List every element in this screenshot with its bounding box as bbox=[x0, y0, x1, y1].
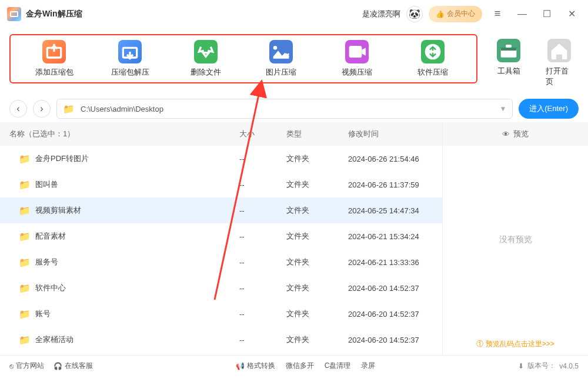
file-date: 2024-06-25 14:47:34 bbox=[348, 206, 442, 215]
pathbar: ‹ › 📁 C:\Users\admin\Desktop ▼ 进入(Enter) bbox=[0, 95, 588, 122]
file-size: -- bbox=[239, 284, 286, 293]
download-icon: ⬇ bbox=[518, 362, 524, 370]
support-link[interactable]: 🎧 在线客服 bbox=[54, 361, 93, 371]
file-name: 金舟PDF转图片 bbox=[35, 153, 239, 164]
col-name[interactable]: 名称（已选中：1） bbox=[9, 129, 239, 139]
file-size: -- bbox=[239, 258, 286, 267]
file-name: 服务号 bbox=[35, 257, 239, 267]
toolbar: 添加压缩包 压缩包解压 删除文件 图片压缩 视频压缩 软件压缩 bbox=[0, 28, 588, 95]
file-name: 视频剪辑素材 bbox=[35, 205, 239, 216]
file-type: 文件夹 bbox=[286, 179, 348, 190]
file-name: 软件中心 bbox=[35, 283, 239, 293]
globe-icon: ⎋ bbox=[9, 362, 14, 370]
file-date: 2024-06-21 13:33:36 bbox=[348, 258, 442, 267]
file-date: 2024-06-20 14:52:37 bbox=[348, 284, 442, 293]
content-area: 名称（已选中：1） 大小 类型 修改时间 📁金舟PDF转图片--文件夹2024-… bbox=[0, 122, 588, 355]
file-name: 账号 bbox=[35, 309, 239, 319]
nav-back-button[interactable]: ‹ bbox=[9, 100, 27, 118]
enter-button[interactable]: 进入(Enter) bbox=[519, 99, 579, 119]
preview-panel: 👁 预览 没有预览 ① 预览乱码点击这里>>> bbox=[442, 122, 588, 355]
preview-empty: 没有预览 bbox=[443, 146, 588, 333]
file-name: 图叫兽 bbox=[35, 179, 239, 190]
file-size: -- bbox=[239, 155, 286, 163]
eye-icon: 👁 bbox=[502, 130, 510, 139]
add-archive-icon bbox=[42, 40, 66, 63]
image-compress-button[interactable]: 图片压缩 bbox=[243, 40, 319, 78]
wechat-multi-link[interactable]: 微信多开 bbox=[286, 361, 314, 371]
folder-icon: 📁 bbox=[19, 179, 31, 190]
file-row[interactable]: 📁金舟PDF转图片--文件夹2024-06-26 21:54:46 bbox=[0, 146, 442, 172]
image-compress-icon bbox=[269, 40, 293, 63]
col-date[interactable]: 修改时间 bbox=[348, 129, 442, 139]
minimize-button[interactable]: — bbox=[513, 5, 532, 24]
toolbox-button[interactable]: 工具箱 bbox=[495, 39, 522, 87]
app-title: 金舟Win解压缩 bbox=[26, 9, 82, 19]
file-type: 文件夹 bbox=[286, 205, 348, 216]
file-list: 📁金舟PDF转图片--文件夹2024-06-26 21:54:46📁图叫兽--文… bbox=[0, 146, 442, 355]
file-row[interactable]: 📁服务号--文件夹2024-06-21 13:33:36 bbox=[0, 249, 442, 275]
folder-icon: 📁 bbox=[19, 334, 31, 346]
col-type[interactable]: 类型 bbox=[286, 129, 348, 139]
toolbox-icon bbox=[497, 39, 520, 62]
folder-icon: 📁 bbox=[19, 205, 31, 216]
folder-icon: 📁 bbox=[19, 153, 31, 165]
official-website-link[interactable]: ⎋ 官方网站 bbox=[9, 361, 44, 371]
file-date: 2024-06-20 14:52:37 bbox=[348, 310, 442, 319]
file-type: 文件夹 bbox=[286, 231, 348, 242]
screen-record-link[interactable]: 录屏 bbox=[361, 361, 375, 371]
file-row[interactable]: 📁视频剪辑素材--文件夹2024-06-25 14:47:34 bbox=[0, 197, 442, 223]
file-row[interactable]: 📁全家桶活动--文件夹2024-06-20 14:52:37 bbox=[0, 327, 442, 353]
folder-icon: 📁 bbox=[19, 257, 31, 268]
open-home-button[interactable]: 打开首页 bbox=[546, 39, 573, 87]
file-size: -- bbox=[239, 206, 286, 215]
extract-archive-icon bbox=[118, 40, 142, 63]
member-center-button[interactable]: 👍 会员中心 bbox=[429, 6, 482, 22]
format-convert-link[interactable]: 📢 格式转换 bbox=[236, 361, 275, 371]
svg-rect-6 bbox=[506, 45, 512, 48]
avatar[interactable]: 🐼 bbox=[406, 6, 423, 22]
file-type: 文件夹 bbox=[286, 257, 348, 267]
file-size: -- bbox=[239, 232, 286, 241]
maximize-button[interactable]: ☐ bbox=[537, 5, 556, 24]
file-date: 2024-06-21 15:34:24 bbox=[348, 232, 442, 241]
preview-header: 👁 预览 bbox=[443, 122, 588, 146]
file-date: 2024-06-26 11:37:59 bbox=[348, 180, 442, 189]
file-type: 文件夹 bbox=[286, 283, 348, 293]
thumbs-up-icon: 👍 bbox=[436, 10, 445, 18]
recycle-icon bbox=[194, 40, 218, 63]
col-size[interactable]: 大小 bbox=[239, 129, 286, 139]
file-row[interactable]: 📁图叫兽--文件夹2024-06-26 11:37:59 bbox=[0, 172, 442, 197]
close-button[interactable]: ✕ bbox=[562, 5, 581, 24]
software-compress-icon bbox=[421, 40, 445, 63]
file-browser: 名称（已选中：1） 大小 类型 修改时间 📁金舟PDF转图片--文件夹2024-… bbox=[0, 122, 442, 355]
menu-button[interactable]: ≡ bbox=[488, 5, 507, 24]
statusbar: ⎋ 官方网站 🎧 在线客服 📢 格式转换 微信多开 C盘清理 录屏 ⬇ 版本号：… bbox=[0, 355, 588, 376]
svg-rect-5 bbox=[501, 48, 517, 51]
video-compress-button[interactable]: 视频压缩 bbox=[319, 40, 395, 78]
delete-file-button[interactable]: 删除文件 bbox=[168, 40, 243, 78]
add-archive-button[interactable]: 添加压缩包 bbox=[16, 40, 92, 78]
file-row[interactable]: 📁软件中心--文件夹2024-06-20 14:52:37 bbox=[0, 275, 442, 301]
folder-icon: 📁 bbox=[19, 309, 31, 320]
file-type: 文件夹 bbox=[286, 153, 348, 164]
file-type: 文件夹 bbox=[286, 309, 348, 319]
folder-icon: 📁 bbox=[63, 103, 75, 115]
file-date: 2024-06-20 14:52:37 bbox=[348, 336, 442, 344]
highlighted-tool-group: 添加压缩包 压缩包解压 删除文件 图片压缩 视频压缩 软件压缩 bbox=[9, 34, 477, 83]
user-greeting: 是凌漂亮啊 bbox=[362, 9, 400, 19]
software-compress-button[interactable]: 软件压缩 bbox=[395, 40, 470, 78]
home-icon bbox=[547, 39, 571, 62]
folder-icon: 📁 bbox=[19, 283, 31, 294]
cdisk-clean-link[interactable]: C盘清理 bbox=[325, 361, 351, 371]
app-logo bbox=[7, 7, 21, 21]
path-input[interactable]: 📁 C:\Users\admin\Desktop ▼ bbox=[56, 99, 513, 119]
preview-garbled-link[interactable]: ① 预览乱码点击这里>>> bbox=[443, 333, 588, 355]
file-row[interactable]: 📁配音素材--文件夹2024-06-21 15:34:24 bbox=[0, 223, 442, 249]
file-row[interactable]: 📁账号--文件夹2024-06-20 14:52:37 bbox=[0, 301, 442, 327]
extract-archive-button[interactable]: 压缩包解压 bbox=[92, 40, 168, 78]
file-header: 名称（已选中：1） 大小 类型 修改时间 bbox=[0, 122, 442, 146]
megaphone-icon: 📢 bbox=[236, 362, 245, 370]
file-name: 配音素材 bbox=[35, 231, 239, 242]
nav-forward-button[interactable]: › bbox=[33, 100, 51, 118]
headset-icon: 🎧 bbox=[54, 362, 62, 370]
